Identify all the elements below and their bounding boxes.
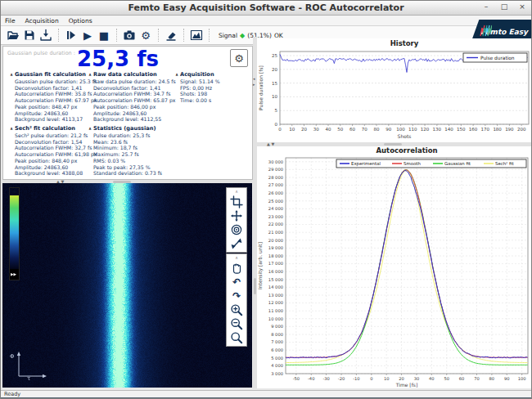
resize-button[interactable]: [229, 237, 244, 249]
move-button[interactable]: [229, 209, 244, 222]
camera-axes: Φτ: [7, 347, 50, 381]
svg-text:180: 180: [493, 127, 502, 132]
search-button[interactable]: [229, 331, 244, 343]
section-item: Autocorrelation FWHM: 67.97 px: [10, 97, 97, 104]
svg-text:80: 80: [374, 127, 380, 132]
section-header[interactable]: ∧Gaussian fit calculation: [10, 71, 97, 78]
svg-text:Smooth: Smooth: [404, 161, 421, 166]
eraser-button[interactable]: [164, 28, 178, 43]
svg-text:Pulse duration: Pulse duration: [480, 56, 515, 61]
svg-text:17 000: 17 000: [268, 261, 283, 266]
window-title: Femto Easy Acquisition Software - ROC Au…: [128, 2, 404, 13]
collapse-caret-icon: ∧: [175, 72, 178, 77]
play-icon: ▶: [83, 30, 92, 41]
section-item: Background level: 4113,17: [10, 116, 97, 123]
section-header[interactable]: ∧Acquisition: [175, 71, 220, 78]
svg-text:190: 190: [505, 127, 514, 132]
section-item: Time: 0.00 s: [175, 97, 220, 104]
svg-text:20 000: 20 000: [268, 238, 283, 243]
svg-text:15: 15: [272, 81, 277, 86]
save-button[interactable]: [22, 28, 37, 43]
svg-text:Sech² fit: Sech² fit: [495, 161, 514, 166]
settings-icon: ⚙: [141, 30, 151, 41]
section-title: Sech² fit calculation: [15, 125, 75, 132]
section-item: Maximum: 25.7 fs: [88, 151, 162, 158]
svg-text:20: 20: [301, 127, 307, 132]
zoom-out-button[interactable]: [229, 317, 244, 330]
close-button[interactable]: ×: [516, 2, 528, 11]
section-item: Peak to peak: 27,35 %: [88, 164, 162, 171]
section-title: Statistics (gaussian): [93, 125, 156, 132]
collapse-caret-icon: ∧: [88, 126, 92, 131]
redo-button[interactable]: ↷: [229, 289, 244, 302]
minimize-button[interactable]: –: [480, 2, 492, 11]
section-item: Autocorrelation FWHM: 34.7 fs: [88, 91, 176, 97]
svg-text:30 000: 30 000: [268, 159, 283, 164]
pulse-duration-value: 25,3 fs: [3, 47, 232, 71]
colorbar[interactable]: ≋ ▶▶: [9, 187, 20, 280]
menu-item-options[interactable]: Options: [69, 17, 92, 25]
signal-label: Signal: [219, 32, 237, 39]
crop-button[interactable]: [229, 195, 244, 208]
undo-button[interactable]: ↶: [229, 276, 244, 288]
results-settings-button[interactable]: ⚙: [230, 49, 248, 67]
section-item: Amplitude: 24863,60: [10, 164, 97, 171]
section-item: Autocorrelation FWHM: 65.87 px: [88, 97, 176, 104]
svg-text:28 000: 28 000: [268, 175, 283, 180]
svg-text:Experimental: Experimental: [351, 161, 381, 167]
histogram-button[interactable]: [189, 28, 204, 43]
open-button[interactable]: [6, 28, 20, 43]
snapshot-button[interactable]: [122, 28, 137, 43]
history-chart-panel[interactable]: History051015202501020304050607080901001…: [257, 38, 531, 142]
play-button[interactable]: ▶: [80, 28, 95, 43]
history-chart[interactable]: History051015202501020304050607080901001…: [257, 38, 531, 142]
section-item: Deconvolution factor: 1,41: [88, 85, 176, 92]
colorbar-gradient: [10, 195, 19, 271]
export-button[interactable]: [38, 28, 53, 43]
svg-text:200: 200: [517, 127, 526, 132]
search-icon: [230, 331, 243, 344]
svg-text:24 000: 24 000: [268, 206, 283, 211]
toolbox-collapse-icon[interactable]: ∧: [235, 189, 238, 194]
settings-button[interactable]: ⚙: [138, 28, 153, 43]
autocorrelation-chart[interactable]: Autocorrelation3 0004 0005 0006 0007 000…: [257, 146, 531, 388]
menu-item-acquisition[interactable]: Acquisition: [25, 17, 59, 25]
colorbar-top-cap[interactable]: ≋: [10, 188, 19, 195]
svg-text:-10: -10: [353, 376, 359, 381]
section-item: Autocorrelation FWHM: 32,7 fs: [10, 145, 97, 151]
step-forward-button[interactable]: [64, 28, 79, 43]
svg-text:30: 30: [313, 127, 319, 132]
svg-text:23 000: 23 000: [268, 214, 283, 219]
camera-view-panel: ≋ ▶▶ Φτ ∧ ∧↶↷: [2, 183, 252, 388]
section-item: Background level: 4112,55: [88, 116, 176, 123]
maximize-button[interactable]: □: [498, 2, 510, 11]
svg-text:140: 140: [444, 127, 453, 132]
zoom-in-button[interactable]: [229, 303, 244, 316]
hand-button[interactable]: [229, 262, 244, 274]
autocorrelation-chart-panel[interactable]: Autocorrelation3 0004 0005 0006 0007 000…: [257, 146, 531, 388]
redo-icon: ↷: [232, 291, 241, 301]
resize-icon: [230, 237, 243, 250]
section-header[interactable]: ∧Statistics (gaussian): [88, 125, 162, 132]
svg-text:16 000: 16 000: [268, 269, 283, 274]
section-item: Standard deviation: 0.73 fs: [88, 170, 162, 177]
target-button[interactable]: [229, 223, 244, 235]
svg-text:20: 20: [272, 67, 277, 72]
svg-text:12 000: 12 000: [268, 300, 283, 305]
section-item: Minimum: 18,7 fs: [88, 145, 162, 151]
section-header[interactable]: ∧Raw data calculation: [88, 71, 176, 78]
toolbar-separator: [183, 29, 184, 42]
svg-text:3 000: 3 000: [271, 371, 283, 376]
svg-text:0: 0: [278, 127, 282, 132]
toolbar-separator: [116, 29, 117, 42]
stop-button[interactable]: ■: [97, 28, 111, 43]
section-header[interactable]: ∧Sech² fit calculation: [10, 125, 97, 132]
target-icon: [230, 223, 243, 236]
menu-item-file[interactable]: File: [5, 17, 16, 25]
section-item: Deconvolution factor: 1,54: [10, 139, 97, 146]
svg-text:10: 10: [289, 127, 295, 132]
section-item: Background level: 4388,08: [10, 170, 97, 177]
toolbox-collapse-icon[interactable]: ∧: [235, 255, 238, 260]
colorbar-bottom-cap[interactable]: ▶▶: [10, 269, 19, 280]
section-title: Gaussian fit calculation: [15, 71, 86, 78]
